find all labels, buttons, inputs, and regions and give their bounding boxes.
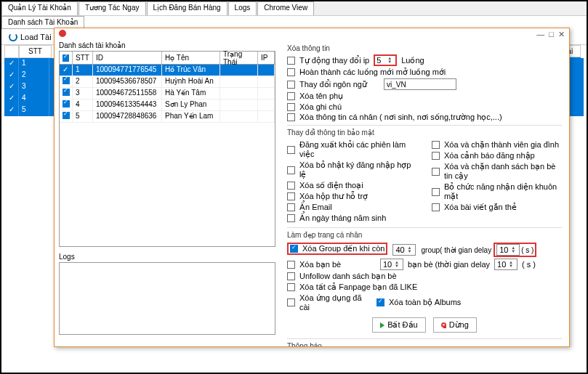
label-block-trusted-friends: Xóa và chặn danh sách bạn bè tin cậy [444,162,562,181]
label-hide-birthday: Ẩn ngày tháng năm sinh [299,214,386,223]
account-row[interactable]: 3100094672511558Hà Yến Tâm [60,88,275,99]
label-seconds-1: ( s ) [521,246,533,254]
stop-button[interactable]: Dừng [433,317,477,333]
tab-schedule[interactable]: Lịch Đăng Bán Hàng [147,1,227,15]
group-count-spinner[interactable]: 40▲▼ [392,244,416,256]
label-change-language: Thay đổi ngôn ngữ [299,80,379,89]
checkbox-hide-email[interactable] [287,203,295,211]
col-name: Họ Tên [162,52,220,64]
label-delete-subname: Xóa tên phụ [299,92,343,101]
checkbox-unlike-fanpages[interactable] [287,283,295,291]
checkbox-delete-groups[interactable] [290,245,298,253]
account-row[interactable]: 5100094728848636Phan Yến Lam [60,111,275,123]
label-delete-albums: Xóa toàn bộ Albums [389,298,461,307]
friend-count-spinner[interactable]: 10▲▼ [380,259,403,270]
label-delete-tagged-posts: Xóa bài viết gắn thẻ [444,203,517,212]
label-delete-friends: Xóa bạn bè [299,260,376,269]
play-icon [380,322,384,328]
group-delay-spinner[interactable]: 10▲▼ [496,244,520,256]
checkbox-delete-notes[interactable] [287,103,295,111]
checkbox-delete-albums[interactable] [376,298,384,306]
label-complete-threads: Hoàn thành các luồng mới mở luồng mới [299,68,446,77]
checkbox-delete-phone[interactable] [287,182,295,190]
label-hide-email: Ẩn Email [299,203,332,212]
col-id: ID [93,52,162,64]
label-group-delay: group( thời gian delay [422,246,492,254]
logs-textarea[interactable] [59,262,275,335]
label-logout-sessions: Đăng xuất khỏi các phiên làm việc [299,140,417,159]
dialog-right-panel: Xóa thông tin Tự động thay đổi ip 5▲▼ Lu… [280,28,569,346]
bg-col-stt: STT [19,45,52,58]
logs-section: Logs [59,253,275,335]
checkbox-block-family[interactable] [432,141,440,149]
checkbox-complete-threads[interactable] [287,68,295,76]
col-check[interactable] [60,52,73,64]
tab-interact[interactable]: Tương Tác Ngay [78,1,146,15]
label-delete-apps: Xóa ứng dụng đã cài [299,293,372,312]
account-table: STT ID Họ Tên Trạng Thái IP ✓11000947717… [59,51,275,247]
account-list-title: Danh sách tài khoản [59,41,275,49]
language-input[interactable]: vi_VN [384,78,456,90]
label-unfollow-friends: Unfollow danh sách bạn bè [299,272,397,281]
threads-spinner[interactable]: 5▲▼ [374,54,397,66]
checkbox-delete-mailbox[interactable] [287,192,295,200]
minimize-button[interactable]: — [536,30,544,40]
label-seconds-2: ( s ) [522,260,536,269]
group-security: Thay đổi thông tin bảo mật [287,129,562,137]
label-delete-login-log: Xóa bỏ nhật ký đăng nhập hợp lệ [299,160,417,179]
checkbox-delete-login-alert[interactable] [432,152,440,160]
col-ip: IP [258,52,275,64]
dialog-titlebar: — □ ✕ [59,30,565,40]
label-friend-delay: bạn bè (thời gian delay [408,260,490,269]
group-beautify: Làm đẹp trang cá nhân [287,231,562,239]
main-window: Quản Lý Tài Khoản Tương Tác Ngay Lịch Đă… [1,1,587,373]
settings-dialog: — □ ✕ Danh sách tài khoản STT ID Họ Tên … [54,28,570,347]
checkbox-unfollow-friends[interactable] [287,272,295,280]
tab-chrome-view[interactable]: Chrome View [257,1,314,15]
logs-label: Logs [59,253,275,261]
close-button[interactable]: ✕ [558,30,565,40]
checkbox-change-language[interactable] [287,81,295,89]
checkbox-delete-friends[interactable] [287,261,295,269]
label-delete-groups: Xóa Group đến khi còn [302,244,384,253]
notification-label: Thông báo [287,342,562,346]
label-delete-mailbox: Xóa hộp thư hỗ trợ [299,192,368,201]
tab-accounts[interactable]: Quản Lý Tài Khoản [1,1,78,15]
bg-col-check [4,45,19,58]
tab-logs[interactable]: Logs [228,1,257,15]
check-all-icon [63,54,69,62]
checkbox-auto-change-ip[interactable] [287,57,295,65]
label-delete-login-alert: Xóa cảnh báo đăng nhập [444,151,535,160]
checkbox-delete-login-log[interactable] [287,166,295,174]
refresh-icon [9,33,17,41]
checkbox-delete-personal[interactable] [287,113,295,121]
account-row[interactable]: 4100094613354443Sơn Ly Phan [60,99,275,111]
checkbox-logout-sessions[interactable] [287,146,295,154]
account-row[interactable]: 2100094536678507Huỳnh Hoài An [60,76,275,88]
checkbox-block-trusted-friends[interactable] [432,168,440,176]
group-delete-info: Xóa thông tin [287,44,562,52]
label-delete-personal: Xóa thông tin cá nhân ( nơi sinh, nơi số… [299,113,502,122]
checkbox-hide-birthday[interactable] [287,214,295,222]
dialog-app-icon [59,30,66,37]
stop-icon [441,322,446,328]
checkbox-delete-apps[interactable] [287,298,295,306]
friend-delay-spinner[interactable]: 10▲▼ [494,259,517,270]
dialog-left-panel: Danh sách tài khoản STT ID Họ Tên Trạng … [55,28,280,346]
label-delete-phone: Xóa số điện thoại [299,181,363,190]
start-button[interactable]: Bất Đầu [372,317,426,333]
label-delete-notes: Xóa ghi chú [299,102,342,111]
checkbox-delete-tagged-posts[interactable] [432,203,440,211]
account-row[interactable]: ✓1100094771776545Hồ Trúc Vân [60,65,275,76]
label-threads: Luồng [401,56,424,65]
col-status: Trạng Thái [220,52,258,64]
label-unlike-fanpages: Xóa tất cả Fanpage bạn đã LIKE [299,282,417,292]
checkbox-delete-subname[interactable] [287,92,295,100]
col-stt: STT [73,52,93,64]
main-tabs: Quản Lý Tài Khoản Tương Tác Ngay Lịch Đă… [1,1,587,16]
label-disable-face-recog: Bỏ chức năng nhận diện khuôn mặt [444,182,562,201]
maximize-button[interactable]: □ [549,30,554,40]
checkbox-disable-face-recog[interactable] [432,188,440,196]
label-auto-change-ip: Tự động thay đổi ip [299,56,369,65]
label-block-family: Xóa và chặn thành viên gia đình [444,140,559,150]
